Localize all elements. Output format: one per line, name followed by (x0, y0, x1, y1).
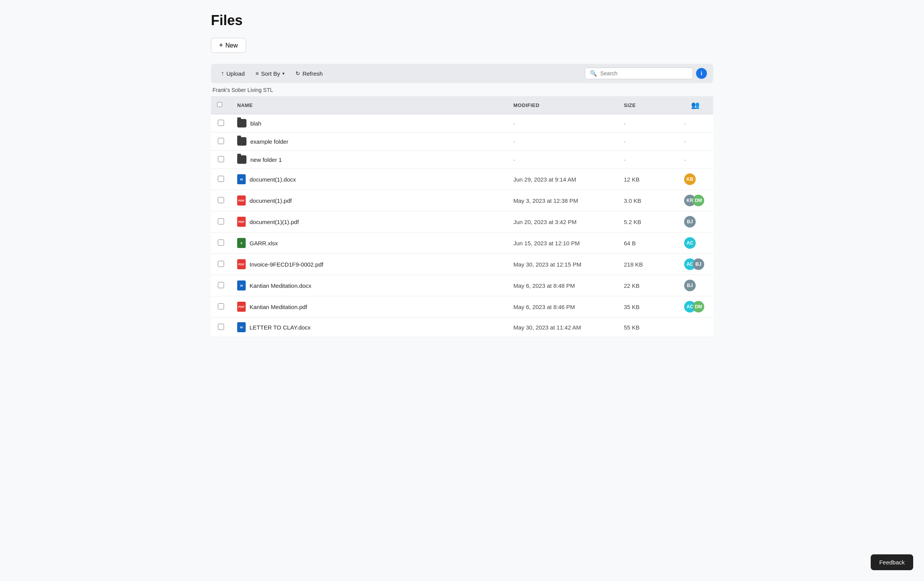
table-row[interactable]: WKantian Meditation.docxMay 6, 2023 at 8… (211, 275, 713, 296)
search-icon: 🔍 (590, 70, 597, 77)
table-header-row: NAME MODIFIED SIZE 👥 (211, 96, 713, 114)
row-checkbox[interactable] (218, 197, 224, 203)
file-name-text: example folder (250, 138, 288, 145)
file-shared: BJ (678, 211, 713, 233)
file-size: 12 KB (618, 169, 678, 190)
avatar-group: KRDM (684, 195, 707, 206)
table-row[interactable]: XGARR.xlsxJun 15, 2023 at 12:10 PM64 BAC (211, 233, 713, 254)
file-shared: KRDM (678, 190, 713, 211)
file-icon: W (237, 174, 246, 184)
chevron-down-icon: ▾ (282, 71, 285, 76)
header-size: SIZE (618, 96, 678, 114)
row-checkbox[interactable] (218, 324, 224, 330)
upload-label: Upload (226, 70, 245, 77)
table-row[interactable]: WLETTER TO CLAY.docxMay 30, 2023 at 11:4… (211, 318, 713, 337)
file-name-cell: PDFKantian Meditation.pdf (231, 296, 507, 318)
file-name-text: LETTER TO CLAY.docx (250, 324, 311, 331)
file-name-text: Kantian Meditation.pdf (250, 304, 307, 310)
file-icon: PDF (237, 302, 246, 312)
avatar: DM (693, 301, 704, 313)
row-checkbox[interactable] (218, 176, 224, 182)
file-shared: KB (678, 169, 713, 190)
file-size: - (618, 114, 678, 133)
row-checkbox-cell (211, 254, 231, 275)
refresh-button[interactable]: ↻ Refresh (292, 69, 327, 78)
select-all-checkbox[interactable] (217, 102, 222, 107)
file-icon (237, 137, 246, 146)
search-input[interactable] (600, 70, 688, 76)
file-name-text: document(1).pdf (250, 197, 292, 204)
row-checkbox[interactable] (218, 282, 224, 288)
file-modified: - (507, 114, 618, 133)
avatar-group: BJ (684, 216, 707, 228)
table-row[interactable]: Wdocument(1).docxJun 29, 2023 at 9:14 AM… (211, 169, 713, 190)
file-shared: - (678, 133, 713, 151)
avatar: DM (693, 195, 704, 206)
table-row[interactable]: new folder 1--- (211, 151, 713, 169)
info-button[interactable]: i (696, 68, 707, 79)
file-name-cell: blah (231, 114, 507, 133)
file-name-text: document(1).docx (250, 176, 296, 183)
file-modified: - (507, 133, 618, 151)
table-row[interactable]: example folder--- (211, 133, 713, 151)
file-name-text: blah (250, 120, 261, 127)
avatar-group: BJ (684, 280, 707, 291)
file-size: 22 KB (618, 275, 678, 296)
file-modified: - (507, 151, 618, 169)
people-icon: 👥 (691, 101, 700, 109)
breadcrumb: Frank's Sober Living STL (211, 83, 713, 96)
row-checkbox-cell (211, 133, 231, 151)
row-checkbox[interactable] (218, 156, 224, 162)
file-icon: W (237, 322, 246, 332)
file-modified: Jun 29, 2023 at 9:14 AM (507, 169, 618, 190)
sort-icon: ≡ (256, 70, 259, 76)
row-checkbox-cell (211, 211, 231, 233)
file-name-text: Invoice-9FECD1F9-0002.pdf (250, 261, 323, 268)
file-size: 64 B (618, 233, 678, 254)
row-checkbox[interactable] (218, 240, 224, 246)
table-row[interactable]: PDFKantian Meditation.pdfMay 6, 2023 at … (211, 296, 713, 318)
table-row[interactable]: PDFdocument(1)(1).pdfJun 20, 2023 at 3:4… (211, 211, 713, 233)
table-row[interactable]: PDFdocument(1).pdfMay 3, 2023 at 12:38 P… (211, 190, 713, 211)
upload-button[interactable]: ↑ Upload (217, 68, 249, 78)
row-checkbox-cell (211, 233, 231, 254)
row-checkbox[interactable] (218, 261, 224, 267)
file-name-text: Kantian Meditation.docx (250, 282, 311, 289)
file-modified: Jun 20, 2023 at 3:42 PM (507, 211, 618, 233)
files-table: NAME MODIFIED SIZE 👥 blah---example fold… (211, 96, 713, 337)
row-checkbox-cell (211, 275, 231, 296)
file-modified: May 6, 2023 at 8:46 PM (507, 296, 618, 318)
file-icon: W (237, 280, 246, 290)
file-name-text: GARR.xlsx (250, 240, 278, 246)
avatar-group: ACBJ (684, 258, 707, 270)
avatar-group: AC (684, 237, 707, 249)
refresh-label: Refresh (302, 70, 323, 77)
file-icon (237, 155, 246, 164)
row-checkbox[interactable] (218, 138, 224, 144)
file-icon: X (237, 238, 246, 248)
header-shared: 👥 (678, 96, 713, 114)
avatar: BJ (693, 258, 704, 270)
row-checkbox[interactable] (218, 303, 224, 309)
row-checkbox[interactable] (218, 218, 224, 224)
avatar-group: KB (684, 173, 707, 185)
file-icon: PDF (237, 195, 246, 206)
table-row[interactable]: PDFInvoice-9FECD1F9-0002.pdfMay 30, 2023… (211, 254, 713, 275)
file-name-text: document(1)(1).pdf (250, 219, 299, 225)
file-shared: - (678, 114, 713, 133)
feedback-button[interactable]: Feedback (871, 554, 913, 570)
file-name-cell: WKantian Meditation.docx (231, 275, 507, 296)
row-checkbox-cell (211, 296, 231, 318)
file-modified: May 6, 2023 at 8:48 PM (507, 275, 618, 296)
page-title: Files (211, 12, 713, 29)
table-row[interactable]: blah--- (211, 114, 713, 133)
toolbar: ↑ Upload ≡ Sort By ▾ ↻ Refresh 🔍 i (211, 64, 713, 83)
row-checkbox[interactable] (218, 120, 224, 126)
new-button[interactable]: + New (211, 38, 246, 53)
sort-by-button[interactable]: ≡ Sort By ▾ (252, 69, 289, 78)
file-size: 5.2 KB (618, 211, 678, 233)
file-name-cell: WLETTER TO CLAY.docx (231, 318, 507, 337)
file-shared: ACBJ (678, 254, 713, 275)
file-size: - (618, 133, 678, 151)
file-shared: AC (678, 233, 713, 254)
